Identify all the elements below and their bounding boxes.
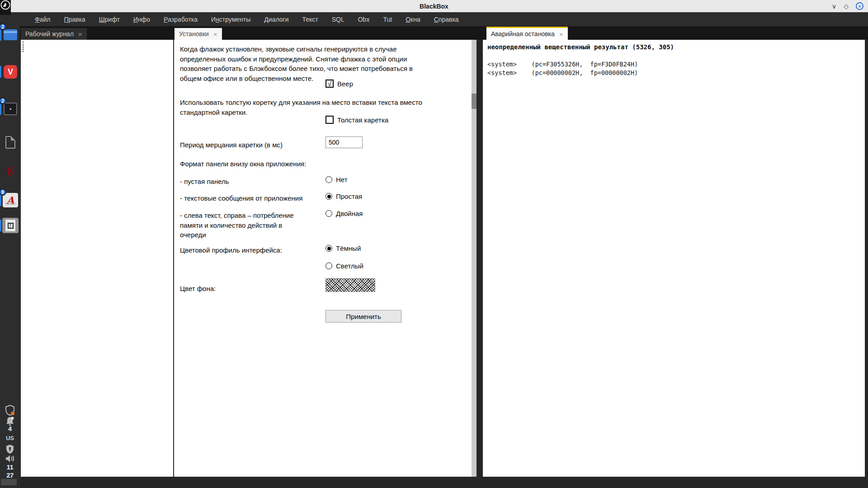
- radio-double[interactable]: [326, 210, 332, 217]
- trap-header: неопределенный вещественный результат (5…: [487, 43, 674, 51]
- dock-blackbox-active[interactable]: !: [2, 217, 19, 234]
- menu-dialogs[interactable]: Диалоги: [259, 12, 294, 26]
- running-indicator: [0, 194, 1, 206]
- keyhole-shield-icon: [5, 444, 14, 454]
- blink-label: Период мерцания каретки (в мс): [180, 140, 283, 150]
- dock-scribble-app[interactable]: K: [2, 163, 19, 180]
- tab-trap-label: Аварийная остановка: [491, 30, 555, 38]
- radio-double-label: Двойная: [336, 210, 363, 217]
- mountain-logo-icon: [0, 0, 10, 10]
- menu-obx[interactable]: Obx: [353, 12, 375, 26]
- running-indicator: [0, 103, 1, 115]
- format-row-0-desc: - пустая панель: [180, 177, 229, 187]
- bg-color-label: Цвет фона:: [180, 284, 216, 294]
- format-label: Формат панели внизу окна приложения:: [180, 159, 306, 169]
- tab-trap[interactable]: Аварийная остановка ×: [486, 27, 568, 40]
- menu-sql[interactable]: SQL: [326, 12, 350, 26]
- menu-help[interactable]: Справка: [429, 12, 464, 26]
- menu-font[interactable]: Шрифт: [94, 12, 125, 26]
- journal-panel[interactable]: [21, 40, 173, 477]
- radio-none[interactable]: [326, 176, 332, 183]
- running-indicator: [0, 66, 1, 78]
- window-controls: ∨ ◇ ×: [832, 0, 863, 12]
- running-indicator: [0, 29, 1, 41]
- running-indicator: [0, 220, 1, 231]
- scrollbar-thumb[interactable]: [472, 94, 476, 109]
- tray-volume[interactable]: [0, 454, 20, 463]
- titlebar: BlackBox ∨ ◇ ×: [0, 0, 868, 12]
- format-row-1-desc: - текстовые сообщения от приложения: [180, 193, 302, 203]
- format-radio-none: Нет: [326, 176, 348, 183]
- tab-settings-label: Установки: [179, 30, 209, 38]
- menubar: Файл Правка Шрифт Инфо Разработка Инстру…: [0, 12, 868, 26]
- close-tab-icon[interactable]: ×: [213, 31, 217, 38]
- trap-stack-line: <system> (pc=F3055326H, fp=F3D0FB24H): [487, 61, 638, 68]
- tray-workspace-number[interactable]: 4: [0, 425, 20, 432]
- close-icon[interactable]: ×: [856, 2, 863, 10]
- tray-security[interactable]: [0, 444, 20, 454]
- tabstrip: [20, 26, 868, 40]
- maximize-icon[interactable]: ◇: [844, 3, 849, 9]
- menu-file[interactable]: Файл: [29, 12, 56, 26]
- radio-light[interactable]: [326, 263, 332, 269]
- tray-keyboard-layout[interactable]: US: [0, 435, 20, 441]
- report-icon: !: [2, 218, 19, 233]
- desktop: { "titlebar": { "title": "BlackBox", "mi…: [0, 0, 868, 488]
- radio-light-label: Светлый: [336, 262, 363, 270]
- format-radio-simple: Простая: [326, 192, 362, 200]
- profile-radio-light: Светлый: [326, 262, 363, 270]
- bg-color-swatch[interactable]: [326, 278, 375, 292]
- thick-caret-checkbox[interactable]: [326, 116, 334, 124]
- thick-caret-label: Толстая каретка: [337, 116, 388, 124]
- radio-none-label: Нет: [336, 176, 348, 183]
- menu-text[interactable]: Текст: [297, 12, 323, 26]
- menu-windows[interactable]: Окна: [400, 12, 426, 26]
- text-caret: [23, 42, 24, 52]
- clock-hours[interactable]: 11: [0, 464, 20, 471]
- system-logo[interactable]: [0, 0, 11, 15]
- menu-tools[interactable]: Инструменты: [206, 12, 256, 26]
- caret-description: Использовать толстую коретку для указани…: [180, 98, 424, 117]
- profile-radio-dark: Тёмный: [326, 244, 361, 252]
- settings-panel: Когда флажок установлен, звуковые сигнал…: [174, 40, 472, 477]
- tab-journal[interactable]: Рабочий журнал ×: [21, 28, 87, 40]
- tab-journal-label: Рабочий журнал: [25, 30, 74, 38]
- radio-simple-label: Простая: [336, 192, 362, 200]
- dock-writer-app[interactable]: 8 A: [2, 192, 19, 209]
- format-radio-double: Двойная: [326, 210, 363, 217]
- scribble-icon: K: [5, 164, 16, 179]
- trap-stack-line: <system> (pc=00000002H, fp=00000002H): [487, 69, 638, 76]
- dock-file-manager[interactable]: 2: [2, 26, 19, 43]
- tab-settings[interactable]: Установки ×: [175, 28, 222, 40]
- format-row-2-desc: - слева текст, справа – потребление памя…: [180, 211, 297, 240]
- vivaldi-icon: V: [4, 65, 17, 79]
- dock-terminal[interactable]: 2 ▪: [2, 100, 19, 117]
- menu-edit[interactable]: Правка: [58, 12, 90, 26]
- beep-checkbox[interactable]: √: [326, 80, 334, 88]
- settings-scrollbar[interactable]: [472, 40, 476, 477]
- menu-tut[interactable]: Tut: [377, 12, 397, 26]
- speaker-icon: [5, 454, 15, 463]
- thick-caret-row: Толстая каретка: [326, 116, 388, 124]
- folder-icon: [4, 29, 17, 40]
- close-tab-icon[interactable]: ×: [78, 31, 82, 38]
- close-tab-icon[interactable]: ×: [559, 31, 563, 38]
- menu-dev[interactable]: Разработка: [158, 12, 203, 26]
- window-title: BlackBox: [420, 3, 448, 10]
- profile-label: Цветовой профиль интерфейса:: [180, 245, 282, 255]
- document-icon: [5, 136, 15, 149]
- radio-simple[interactable]: [326, 193, 332, 200]
- tray-notifications[interactable]: [0, 416, 20, 426]
- menu-info[interactable]: Инфо: [128, 12, 156, 26]
- dock-vivaldi[interactable]: V: [2, 63, 19, 80]
- radio-dark[interactable]: [326, 245, 332, 252]
- tray-shield-update[interactable]: [0, 405, 20, 416]
- writer-icon: A: [3, 193, 18, 207]
- minimize-icon[interactable]: ∨: [832, 3, 836, 9]
- clock-minutes[interactable]: 27: [0, 472, 20, 479]
- show-desktop-button[interactable]: [1, 479, 17, 485]
- dock-document-app[interactable]: [2, 134, 19, 151]
- apply-button[interactable]: Применить: [326, 310, 401, 323]
- shield-icon: [5, 405, 15, 416]
- blink-period-input[interactable]: [326, 136, 363, 148]
